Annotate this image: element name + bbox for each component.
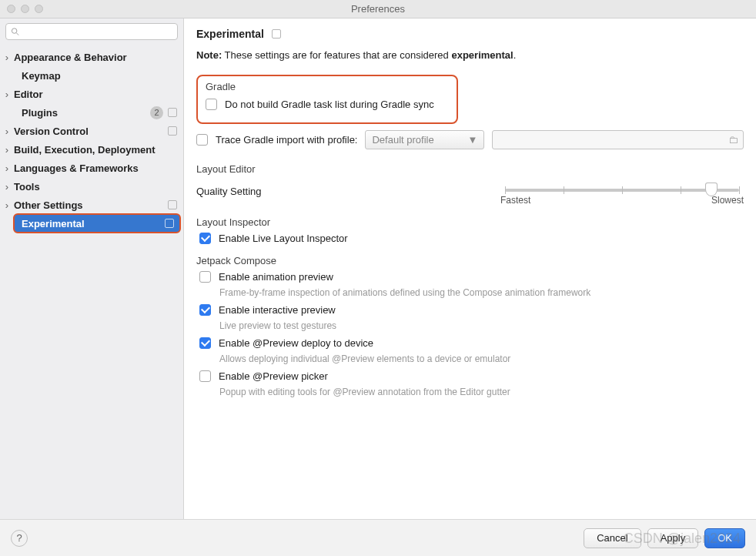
enable-preview-picker-label: Enable @Preview picker [219, 370, 328, 382]
gradle-legend: Gradle [206, 81, 449, 92]
quality-setting-label: Quality Setting [196, 181, 500, 197]
profile-select-value: Default profile [372, 134, 433, 146]
gradle-trace-label: Trace Gradle import with profile: [216, 134, 357, 146]
quality-slider[interactable] [505, 189, 739, 192]
profile-path-input[interactable]: 🗀 [492, 130, 744, 149]
chevron-right-icon: › [0, 181, 14, 193]
profile-select[interactable]: Default profile ▼ [365, 130, 484, 149]
enable-interactive-preview-hint: Live preview to test gestures [219, 320, 744, 331]
gradle-no-task-list-label: Do not build Gradle task list during Gra… [225, 99, 434, 110]
sidebar-item-label: Keymap [22, 70, 177, 82]
note-prefix: Note: [196, 49, 222, 61]
search-box[interactable] [5, 23, 178, 40]
enable-live-inspector-checkbox[interactable] [199, 233, 211, 244]
jetpack-legend: Jetpack Compose [196, 255, 744, 266]
enable-animation-preview-checkbox[interactable] [199, 271, 211, 283]
search-icon [11, 27, 19, 36]
sidebar-item-keymap[interactable]: Keymap [0, 66, 183, 85]
page-title: Experimental [196, 28, 264, 40]
enable-animation-preview-label: Enable animation preview [219, 271, 333, 283]
sidebar-item-label: Build, Execution, Deployment [14, 144, 177, 156]
enable-interactive-preview-checkbox[interactable] [199, 304, 211, 316]
gradle-no-task-list-checkbox[interactable] [206, 99, 217, 110]
chevron-right-icon: › [0, 144, 14, 156]
chevron-right-icon: › [0, 126, 14, 137]
search-input[interactable] [22, 26, 172, 37]
cancel-button[interactable]: Cancel [584, 528, 641, 548]
slider-label-fastest: Fastest [500, 195, 530, 206]
sidebar-item-label: Other Settings [14, 199, 166, 211]
project-settings-icon [168, 200, 177, 209]
sidebar-item-label: Tools [14, 181, 177, 193]
gradle-section-highlight: Gradle Do not build Gradle task list dur… [196, 75, 458, 124]
apply-button-label: Apply [661, 532, 686, 544]
sidebar-item-label: Plugins [22, 107, 150, 119]
enable-preview-deploy-label: Enable @Preview deploy to device [219, 337, 373, 349]
sidebar-item-appearance-behavior[interactable]: ›Appearance & Behavior [0, 48, 183, 66]
cancel-button-label: Cancel [597, 532, 627, 544]
chevron-down-icon: ▼ [468, 134, 478, 146]
sidebar-item-label: Appearance & Behavior [14, 52, 177, 63]
ok-button[interactable]: OK [704, 528, 745, 548]
reset-icon[interactable] [272, 29, 281, 39]
project-settings-icon [165, 219, 174, 228]
footer: ? Cancel Apply OK [0, 519, 756, 556]
apply-button[interactable]: Apply [647, 528, 699, 548]
content-pane: Experimental Note: These settings are fo… [184, 18, 756, 519]
folder-icon[interactable]: 🗀 [728, 134, 738, 146]
project-settings-icon [168, 108, 177, 117]
sidebar-item-build-execution-deployment[interactable]: ›Build, Execution, Deployment [0, 140, 183, 159]
chevron-right-icon: › [0, 52, 14, 63]
note-suffix: . [513, 49, 517, 61]
chevron-right-icon: › [0, 162, 14, 174]
layout-editor-legend: Layout Editor [196, 163, 744, 175]
enable-preview-deploy-hint: Allows deploying individual @Preview ele… [219, 353, 744, 364]
enable-preview-deploy-checkbox[interactable] [199, 337, 211, 349]
enable-live-inspector-label: Enable Live Layout Inspector [219, 233, 348, 244]
help-button[interactable]: ? [11, 530, 28, 547]
enable-interactive-preview-label: Enable interactive preview [219, 304, 336, 316]
enable-preview-picker-checkbox[interactable] [199, 370, 211, 382]
note-text: Note: These settings are for features th… [196, 49, 744, 61]
enable-animation-preview-hint: Frame-by-frame inspection of animations … [219, 287, 744, 298]
sidebar-nav: ›Appearance & BehaviorKeymap›EditorPlugi… [0, 45, 183, 519]
sidebar-item-tools[interactable]: ›Tools [0, 177, 183, 196]
sidebar-item-label: Editor [14, 89, 177, 100]
titlebar: Preferences [0, 0, 756, 18]
note-emph: experimental [451, 49, 513, 61]
chevron-right-icon: › [0, 89, 14, 100]
plugins-badge: 2 [150, 106, 163, 119]
sidebar-item-plugins[interactable]: Plugins2 [0, 103, 183, 122]
gradle-trace-checkbox[interactable] [196, 134, 208, 146]
sidebar: ›Appearance & BehaviorKeymap›EditorPlugi… [0, 18, 184, 519]
sidebar-item-label: Languages & Frameworks [14, 162, 177, 174]
chevron-right-icon: › [0, 199, 14, 211]
slider-thumb[interactable] [705, 183, 718, 196]
layout-inspector-legend: Layout Inspector [196, 216, 744, 228]
slider-label-slowest: Slowest [711, 195, 744, 206]
sidebar-item-experimental[interactable]: Experimental [14, 214, 180, 233]
sidebar-item-other-settings[interactable]: ›Other Settings [0, 196, 183, 214]
project-settings-icon [168, 126, 177, 136]
window-title: Preferences [0, 3, 756, 15]
sidebar-item-languages-frameworks[interactable]: ›Languages & Frameworks [0, 159, 183, 177]
note-body: These settings are for features that are… [222, 49, 451, 61]
ok-button-label: OK [718, 532, 732, 544]
sidebar-item-label: Experimental [22, 218, 162, 229]
sidebar-item-editor[interactable]: ›Editor [0, 85, 183, 103]
svg-point-0 [12, 28, 16, 33]
sidebar-item-version-control[interactable]: ›Version Control [0, 122, 183, 140]
svg-line-1 [16, 33, 18, 35]
enable-preview-picker-hint: Popup with editing tools for @Preview an… [219, 387, 744, 397]
sidebar-item-label: Version Control [14, 126, 166, 137]
